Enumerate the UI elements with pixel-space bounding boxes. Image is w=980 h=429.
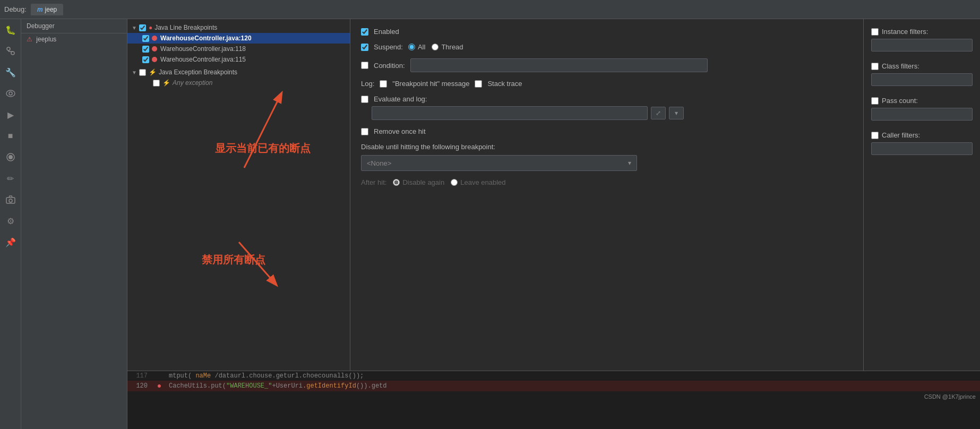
evaluate-input-row: ⤢ ▾ [372, 106, 853, 120]
caller-filters-input[interactable] [871, 142, 973, 155]
suspend-checkbox[interactable] [361, 44, 368, 51]
bp-118-checkbox[interactable] [142, 46, 149, 53]
line-content-117: mtput( naMe /dataurl.chouse.geturl.choec… [165, 372, 980, 380]
line-number-120: 120 [127, 382, 154, 390]
disable-again-option[interactable]: Disable again [393, 178, 444, 186]
pass-count-checkbox[interactable] [871, 97, 879, 105]
profile-icon[interactable] [4, 151, 17, 164]
class-filters-header: Class filters: [871, 62, 973, 70]
breakpoints-and-annotation: ▼ ● Java Line Breakpoints WarehouseContr… [127, 19, 350, 371]
after-hit-label: After hit: [361, 178, 386, 186]
pin-icon[interactable]: 📌 [4, 236, 17, 248]
pass-count-label: Pass count: [882, 97, 918, 105]
git-icon[interactable] [4, 45, 17, 57]
stop-icon[interactable]: ■ [4, 130, 17, 142]
pass-count-header: Pass count: [871, 97, 973, 105]
leave-enabled-radio[interactable] [451, 179, 458, 186]
instance-filters-label: Instance filters: [882, 28, 928, 36]
class-filters-row: Class filters: [871, 62, 973, 86]
caller-filters-header: Caller filters: [871, 131, 973, 139]
line-content-120: CacheUtils.put("WAREHOUSE_"+UserUri.getI… [165, 382, 980, 390]
bottom-code-area: 117 mtput( naMe /dataurl.chouse.geturl.c… [127, 371, 980, 429]
java-exception-breakpoints-checkbox[interactable] [139, 69, 146, 76]
thread-radio-option[interactable]: Thread [432, 43, 463, 51]
line-number-117: 117 [127, 372, 154, 380]
thread-radio[interactable] [432, 44, 439, 50]
debugger-label: Debugger [27, 22, 55, 30]
caller-filters-checkbox[interactable] [871, 132, 879, 139]
tab-icon: m [37, 6, 43, 13]
log-breakpoint-checkbox[interactable] [380, 80, 387, 88]
csdn-watermark: CSDN @1K7jprince [127, 391, 980, 402]
camera-icon[interactable] [4, 193, 17, 206]
breakpoint-item-120[interactable]: WarehouseController.java:120 [127, 33, 350, 44]
remove-once-hit-label: Remove once hit [374, 127, 426, 135]
java-line-breakpoints-header[interactable]: ▼ ● Java Line Breakpoints [127, 22, 350, 33]
any-exception-checkbox[interactable] [153, 80, 160, 87]
disable-again-radio[interactable] [393, 179, 400, 186]
instance-filters-input[interactable] [871, 39, 973, 52]
disable-section: Disable until hitting the following brea… [361, 143, 853, 171]
leave-enabled-option[interactable]: Leave enabled [451, 178, 505, 186]
condition-label: Condition: [374, 62, 405, 70]
debug-tab[interactable]: m jeep [31, 4, 63, 15]
svg-point-5 [9, 92, 12, 95]
eye-icon[interactable] [4, 87, 17, 100]
play-icon[interactable]: ▶ [4, 108, 17, 121]
debug-label: Debug: [4, 5, 27, 13]
any-exception-item[interactable]: ⚡ Any exception [127, 78, 350, 88]
breakpoint-120-indicator: ● [157, 382, 161, 390]
gear-icon[interactable]: ⚙ [4, 214, 17, 227]
suspend-label: Suspend: [374, 43, 403, 51]
bp-118-text: WarehouseController.java:118 [160, 45, 246, 53]
bp-115-checkbox[interactable] [142, 56, 149, 63]
pass-count-input[interactable] [871, 108, 973, 121]
all-radio-option[interactable]: All [408, 43, 425, 51]
bp-115-dot [152, 57, 157, 62]
wrench-icon[interactable]: 🔧 [4, 66, 17, 79]
bug-icon[interactable]: 🐛 [4, 23, 17, 36]
enabled-row: Enabled [361, 28, 853, 36]
class-filters-checkbox[interactable] [871, 63, 879, 70]
top-bar: Debug: m jeep [0, 0, 980, 19]
enabled-checkbox[interactable] [361, 28, 368, 36]
java-exception-breakpoints-header[interactable]: ▼ ⚡ Java Exception Breakpoints [127, 67, 350, 78]
breakpoints-tree: ▼ ● Java Line Breakpoints WarehouseContr… [127, 19, 350, 371]
condition-input[interactable] [410, 58, 708, 72]
class-filters-input[interactable] [871, 73, 973, 86]
all-radio[interactable] [408, 44, 415, 50]
debugger-error-item[interactable]: ⚠ jeeplus [21, 33, 127, 45]
middle-section: ▼ ● Java Line Breakpoints WarehouseContr… [127, 19, 980, 429]
remove-once-hit-row: Remove once hit [361, 127, 853, 135]
bp-120-dot [152, 36, 157, 41]
breakpoint-item-115[interactable]: WarehouseController.java:115 [127, 54, 350, 65]
expand-button[interactable]: ⤢ [651, 107, 666, 119]
breakpoint-item-118[interactable]: WarehouseController.java:118 [127, 44, 350, 54]
bp-120-text: WarehouseController.java:120 [160, 35, 252, 42]
suspend-row: Suspend: All Thread [361, 43, 853, 51]
java-line-breakpoints-checkbox[interactable] [139, 24, 146, 31]
pencil-icon[interactable]: ✏ [4, 172, 17, 185]
disable-again-label: Disable again [402, 178, 444, 186]
evaluate-checkbox[interactable] [361, 96, 368, 103]
svg-point-0 [7, 47, 10, 50]
evaluate-label: Evaluate and log: [374, 95, 427, 103]
settings-panel: Enabled Suspend: All Thread [350, 19, 863, 371]
evaluate-dropdown[interactable]: ▾ [669, 107, 684, 119]
instance-filters-checkbox[interactable] [871, 28, 879, 36]
debugger-header: Debugger [21, 19, 127, 33]
evaluate-input[interactable] [372, 106, 648, 120]
chevron-down-icon-2: ▼ [132, 70, 137, 75]
condition-row: Condition: [361, 58, 853, 72]
log-row: Log: "Breakpoint hit" message Stack trac… [361, 80, 853, 88]
stack-trace-checkbox[interactable] [475, 80, 482, 88]
none-dropdown[interactable]: <None> ▾ [361, 155, 637, 171]
lightning-icon: ⚡ [149, 68, 157, 76]
bp-115-text: WarehouseController.java:115 [160, 56, 246, 63]
bp-120-checkbox[interactable] [142, 35, 149, 42]
condition-checkbox[interactable] [361, 62, 368, 69]
remove-once-hit-checkbox[interactable] [361, 128, 368, 135]
debugger-panel: Debugger ⚠ jeeplus [21, 19, 127, 429]
suspend-radio-group: All Thread [408, 43, 463, 51]
filters-panel: Instance filters: Class filters: [863, 19, 980, 371]
